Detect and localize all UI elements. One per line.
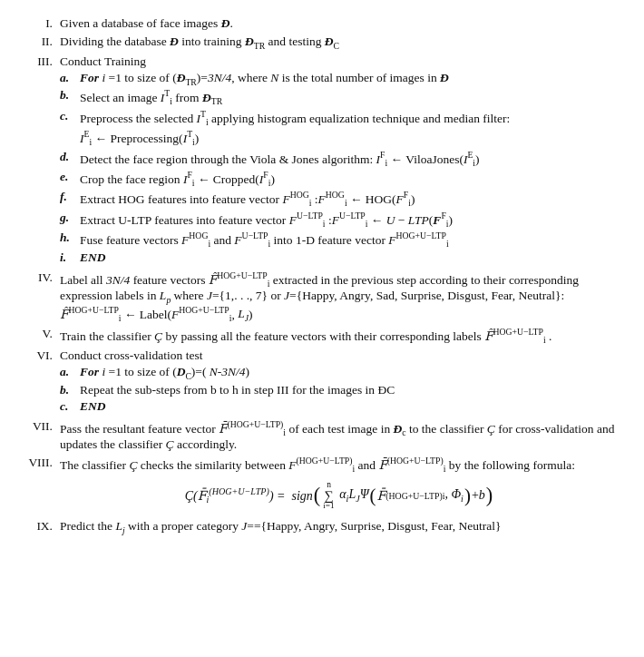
- alpha-label-f: f.: [60, 190, 80, 204]
- alpha-label-d: d.: [60, 150, 80, 164]
- step-VII-content: Pass the resultant feature vector F̄(HOG…: [60, 419, 619, 452]
- step-I: I. Given a database of face images Đ.: [25, 16, 619, 31]
- step-IIIf-content: Extract HOG features into feature vector…: [80, 190, 619, 208]
- alpha-label-g: g.: [60, 211, 80, 225]
- roman-num-VII: VII.: [25, 419, 60, 434]
- alpha-label-VIc: c.: [60, 399, 80, 414]
- step-IIIc: c. Preprocess the selected ITi applying …: [60, 109, 619, 148]
- step-IV: IV. Label all 3N/4 feature vectors F̂HOG…: [25, 270, 619, 323]
- step-IIIc-content: Preprocess the selected ITi applying his…: [80, 109, 619, 148]
- roman-num-IV: IV.: [25, 270, 60, 285]
- step-IIIe-content: Crop the face region IFi ← Cropped(IFi): [80, 170, 619, 188]
- step-II-content: Dividing the database Đ into training ĐT…: [60, 34, 619, 51]
- roman-num-II: II.: [25, 34, 60, 49]
- step-VIa-content: For i =1 to size of (DC)=( N-3N/4): [80, 365, 619, 381]
- alpha-label-i: i.: [60, 250, 80, 265]
- step-IIIh: h. Fuse feature vectors FHOGi and FU−LTP…: [60, 230, 619, 249]
- step-IIId: d. Detect the face region through the Vi…: [60, 150, 619, 168]
- step-VI-content: Conduct cross-validation test a. For i =…: [60, 348, 619, 416]
- formula: Ç(F̄i(HOG+U−LTP)) = sign ( n ∑ i=1 αiLJΨ…: [60, 481, 619, 510]
- step-IX-content: Predict the Lj with a proper category J=…: [60, 519, 619, 535]
- alpha-label-VIb: b.: [60, 383, 80, 397]
- step-IIIg-content: Extract U-LTP features into feature vect…: [80, 211, 619, 229]
- step-III: III. Conduct Training a. For i =1 to siz…: [25, 54, 619, 267]
- roman-num-VIII: VIII.: [25, 456, 60, 470]
- step-IIIf: f. Extract HOG features into feature vec…: [60, 190, 619, 208]
- roman-num-I: I.: [25, 16, 60, 31]
- alpha-label-b: b.: [60, 88, 80, 103]
- step-VI-substeps: a. For i =1 to size of (DC)=( N-3N/4) b.…: [60, 365, 619, 414]
- db-symbol: Đ: [221, 16, 230, 30]
- step-VIb: b. Repeat the sub-steps from b to h in s…: [60, 383, 619, 397]
- step-IIIi-content: END: [80, 250, 619, 265]
- step-VII: VII. Pass the resultant feature vector F…: [25, 419, 619, 452]
- alpha-label-h: h.: [60, 230, 80, 245]
- step-IIId-content: Detect the face region through the Viola…: [80, 150, 619, 168]
- step-IIIi: i. END: [60, 250, 619, 265]
- step-IX: IX. Predict the Lj with a proper categor…: [25, 519, 619, 535]
- alpha-label-VIa: a.: [60, 365, 80, 379]
- step-IV-content: Label all 3N/4 feature vectors F̂HOG+U−L…: [60, 270, 619, 323]
- step-V-content: Train the classifier Ç by passing all th…: [60, 327, 619, 345]
- roman-num-III: III.: [25, 54, 60, 69]
- step-I-content: Given a database of face images Đ.: [60, 16, 619, 31]
- step-VIc: c. END: [60, 399, 619, 414]
- alpha-label-a: a.: [60, 71, 80, 85]
- roman-num-IX: IX.: [25, 519, 60, 534]
- step-II: II. Dividing the database Đ into trainin…: [25, 34, 619, 51]
- step-VIII: VIII. The classifier Ç checks the simila…: [25, 456, 619, 515]
- step-V: V. Train the classifier Ç by passing all…: [25, 327, 619, 345]
- step-VIb-content: Repeat the sub-steps from b to h in step…: [80, 383, 619, 397]
- step-IIIh-content: Fuse feature vectors FHOGi and FU−LTPi i…: [80, 230, 619, 249]
- step-IIIa-content: For i =1 to size of (ĐTR)=3N/4, where N …: [80, 71, 619, 87]
- alpha-label-e: e.: [60, 170, 80, 184]
- step-IIIa: a. For i =1 to size of (ĐTR)=3N/4, where…: [60, 71, 619, 87]
- alpha-label-c: c.: [60, 109, 80, 123]
- algorithm-container: I. Given a database of face images Đ. II…: [25, 16, 619, 535]
- step-IIIe: e. Crop the face region IFi ← Cropped(IF…: [60, 170, 619, 188]
- step-III-substeps: a. For i =1 to size of (ĐTR)=3N/4, where…: [60, 71, 619, 265]
- step-VI: VI. Conduct cross-validation test a. For…: [25, 348, 619, 416]
- step-VIa: a. For i =1 to size of (DC)=( N-3N/4): [60, 365, 619, 381]
- step-VIII-content: The classifier Ç checks the similarity b…: [60, 456, 619, 515]
- step-VIc-content: END: [80, 399, 619, 414]
- roman-num-V: V.: [25, 327, 60, 341]
- step-IIIg: g. Extract U-LTP features into feature v…: [60, 211, 619, 229]
- main-list: I. Given a database of face images Đ. II…: [25, 16, 619, 535]
- step-IIIb: b. Select an image ITi from ĐTR: [60, 88, 619, 106]
- step-III-content: Conduct Training a. For i =1 to size of …: [60, 54, 619, 267]
- roman-num-VI: VI.: [25, 348, 60, 363]
- step-IIIb-content: Select an image ITi from ĐTR: [80, 88, 619, 106]
